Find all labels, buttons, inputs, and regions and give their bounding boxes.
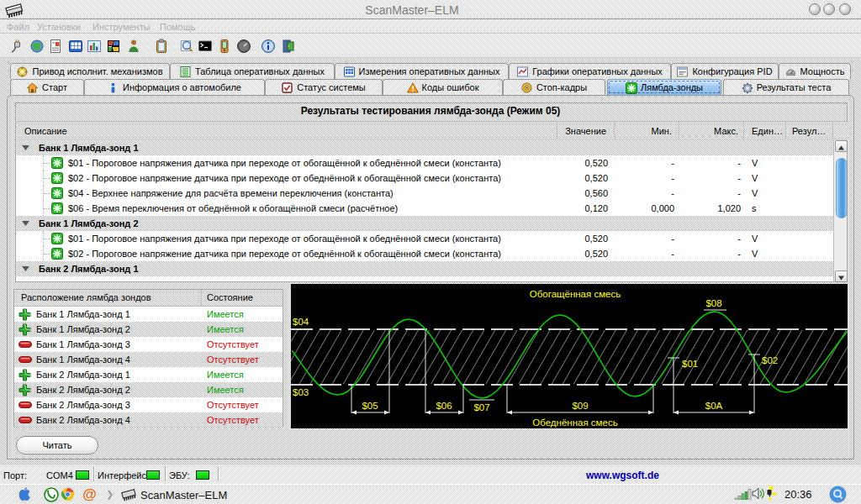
svg-text:$08: $08 (705, 298, 721, 308)
svg-text:$07: $07 (473, 402, 489, 412)
svg-text:Обеднённая смесь: Обеднённая смесь (532, 417, 617, 428)
svg-text:$09: $09 (572, 401, 588, 411)
svg-text:$06: $06 (436, 401, 452, 411)
svg-text:$0A: $0A (705, 401, 723, 411)
svg-text:$02: $02 (762, 355, 778, 365)
svg-text:Обогащённая смесь: Обогащённая смесь (530, 289, 621, 299)
svg-text:$03: $03 (293, 387, 309, 397)
svg-text:$05: $05 (362, 401, 378, 411)
svg-text:$04: $04 (293, 317, 309, 327)
svg-text:$01: $01 (682, 359, 698, 369)
